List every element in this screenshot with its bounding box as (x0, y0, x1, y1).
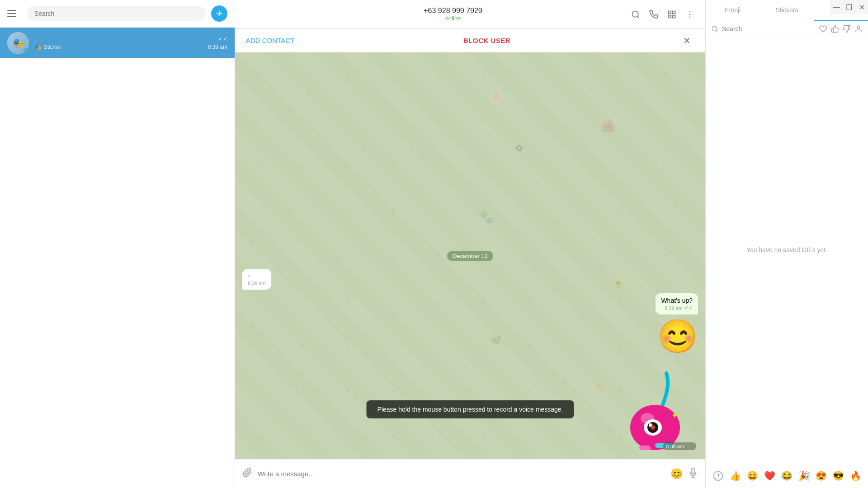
message-meta: 8:39 am ✓✓ (661, 305, 693, 311)
laugh-emoji-button[interactable]: 😂 (781, 470, 793, 481)
svg-rect-4 (673, 15, 675, 18)
svg-point-6 (689, 14, 691, 15)
close-action-bar-button[interactable]: ✕ (679, 33, 694, 48)
thumbsup-emoji-button[interactable]: 👍 (730, 470, 741, 481)
call-button[interactable] (646, 6, 662, 23)
action-bar: ADD CONTACT BLOCK USER ✕ (235, 29, 705, 52)
cherry-sticker-svg: ✦ (612, 360, 698, 450)
incoming-message-bubble: • 8:38 am (242, 269, 271, 290)
thumbsdown-icon (843, 25, 851, 33)
sticker-area: ✦ 8:39 am ✓✓ (612, 360, 698, 452)
add-contact-button[interactable]: ADD CONTACT (246, 33, 294, 48)
online-status: online (278, 15, 627, 22)
date-divider: December 12 (242, 252, 698, 260)
fire-emoji-button[interactable]: 🔥 (850, 470, 861, 481)
svg-point-7 (689, 16, 691, 18)
minimize-button[interactable]: — (830, 1, 843, 14)
chat-time: 8:39 am (208, 44, 227, 50)
telegram-logo-icon: ✈ (211, 5, 227, 22)
svg-point-5 (689, 11, 691, 12)
message-input-bar: 😊 (235, 459, 705, 488)
chat-background: 🌸 🌺 ✿ 🐾 🌻 🦋 🌼 December 12 • 8:38 am (235, 52, 705, 459)
voice-tooltip: Please hold the mouse button pressed to … (367, 400, 574, 418)
message-row: What's up? 8:39 am ✓✓ (242, 293, 698, 314)
svg-text:✦: ✦ (671, 410, 679, 420)
sticker-check: ✓✓ (685, 443, 693, 449)
avatar: 🎭 (7, 32, 29, 54)
svg-point-19 (712, 26, 717, 31)
read-receipt-icon: ✓✓ (684, 305, 693, 311)
cool-emoji-button[interactable]: 😎 (833, 470, 844, 481)
attach-button[interactable] (242, 468, 252, 480)
main-chat: +63 928 999 7929 online ADD CONTACT BLOC… (235, 0, 705, 488)
chat-messages: December 12 • 8:38 am What's up? 8:39 am (242, 246, 698, 452)
thumbsup-icon (831, 25, 839, 33)
message-row: • 8:38 am (242, 269, 698, 290)
recent-emojis-button[interactable]: 🕐 (712, 470, 724, 481)
sticker-time: 8:39 am (666, 444, 684, 449)
tab-emoji[interactable]: Emoji (706, 0, 760, 21)
preview-icon: 🎭 (34, 43, 42, 50)
chat-header: +63 928 999 7929 online (235, 0, 705, 29)
svg-rect-14 (639, 446, 651, 450)
message-text-input[interactable] (258, 470, 665, 478)
date-label: December 12 (447, 251, 493, 261)
svg-rect-2 (673, 11, 675, 14)
gif-empty-text: You have no saved GIFs yet. (746, 246, 827, 253)
gif-search-input[interactable] (722, 25, 816, 33)
phone-number: +63 928 999 7929 (278, 7, 627, 15)
svg-rect-1 (669, 11, 671, 14)
gif-empty-state: You have no saved GIFs yet. (706, 37, 868, 463)
message-meta: 8:38 am (248, 281, 266, 286)
heart-icon (819, 25, 827, 33)
voice-dot: • (248, 272, 250, 280)
search-input[interactable] (27, 6, 206, 21)
message-time: 8:38 am (248, 281, 266, 286)
chat-preview: 🎭 Sticker (34, 43, 203, 50)
chat-name: . (34, 36, 203, 43)
svg-point-20 (857, 26, 860, 28)
emoji-sticker: 😊 (657, 320, 698, 352)
chat-list-item[interactable]: 🎭 . 🎭 Sticker ✓✓ 8:39 am (0, 28, 235, 58)
svg-rect-3 (669, 15, 671, 18)
contact-info: +63 928 999 7929 online (278, 7, 627, 22)
gif-search-bar (706, 21, 868, 37)
sticker-meta: 8:39 am ✓✓ (663, 442, 696, 450)
svg-point-0 (632, 11, 638, 17)
layout-button[interactable] (664, 6, 680, 23)
block-user-button[interactable]: BLOCK USER (463, 33, 510, 48)
emoji-message-row: 😊 (242, 320, 698, 352)
search-button[interactable] (627, 6, 644, 23)
emoji-gif-panel: Emoji Stickers GIFs You have no saved GI… (705, 0, 868, 488)
menu-button[interactable] (7, 6, 22, 21)
window-controls: — ❐ ✕ (830, 0, 868, 14)
emoji-bottom-bar: 🕐 👍 😀 ❤️ 😂 🎉 😍 😎 🔥 (706, 463, 868, 488)
restore-button[interactable]: ❐ (843, 1, 855, 14)
sidebar-header: ✈ (0, 0, 235, 28)
sidebar: ✈ 🎭 . 🎭 Sticker ✓✓ 8:39 am (0, 0, 235, 488)
party-emoji-button[interactable]: 🎉 (798, 470, 810, 481)
chat-info: . 🎭 Sticker (34, 36, 203, 50)
happy-emoji-button[interactable]: 😀 (747, 470, 758, 481)
header-actions (627, 6, 698, 23)
person-icon (854, 25, 863, 33)
outgoing-message-bubble: What's up? 8:39 am ✓✓ (656, 293, 698, 314)
heart-emoji-button[interactable]: ❤️ (764, 470, 775, 481)
more-button[interactable] (682, 6, 698, 23)
tab-stickers[interactable]: Stickers (760, 0, 814, 21)
love-eyes-emoji-button[interactable]: 😍 (816, 470, 827, 481)
read-check-icon: ✓✓ (218, 36, 227, 42)
emoji-button[interactable]: 😊 (670, 468, 683, 480)
message-text: What's up? (661, 297, 693, 304)
preview-text: Sticker (43, 43, 61, 50)
window-close-button[interactable]: ✕ (855, 1, 868, 14)
chat-meta: ✓✓ 8:39 am (208, 36, 227, 50)
search-icon (711, 25, 718, 33)
message-time: 8:39 am (665, 305, 683, 311)
online-status-dot (24, 48, 28, 53)
voice-record-button[interactable] (688, 468, 698, 480)
svg-point-13 (651, 425, 655, 430)
